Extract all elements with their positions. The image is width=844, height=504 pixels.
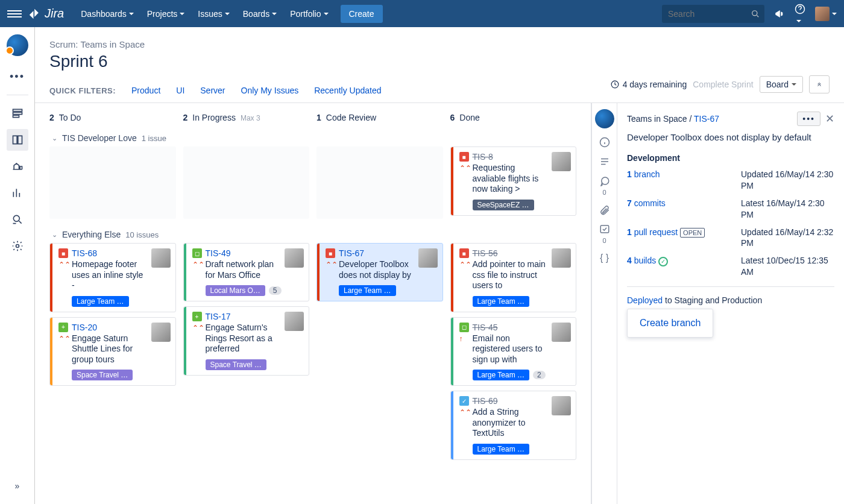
quick-filters-label: QUICK FILTERS: xyxy=(49,86,116,95)
pullrequest-link[interactable]: pull request xyxy=(634,227,678,237)
collapse-icon[interactable] xyxy=(809,75,830,93)
description-icon[interactable] xyxy=(599,156,610,167)
story-icon: ◻ xyxy=(459,323,469,332)
nav-dashboards[interactable]: Dashboards xyxy=(75,0,140,27)
chevron-down-icon xyxy=(180,13,184,15)
card-tis-49[interactable]: ◻TIS-49 ⌃⌃ Draft network plan for Mars O… xyxy=(183,243,310,301)
svg-rect-5 xyxy=(13,136,17,143)
priority-highest-icon: ⌃⌃ xyxy=(459,164,471,172)
priority-highest-icon: ⌃⌃ xyxy=(192,324,204,332)
card-tis-68[interactable]: ■TIS-68 ⌃⌃ Homepage footer uses an inlin… xyxy=(49,243,176,312)
breadcrumb: Scrum: Teams in Space xyxy=(49,39,830,49)
chevron-down-icon: ⌄ xyxy=(52,134,57,142)
more-actions-icon[interactable]: ••• xyxy=(797,112,820,126)
app-switcher-icon[interactable] xyxy=(7,10,22,17)
nav-portfolio[interactable]: Portfolio xyxy=(284,0,334,27)
chevron-down-icon xyxy=(272,13,277,15)
issue-summary: Requesting avaliable flights is now taki… xyxy=(473,163,549,195)
bug-icon: ■ xyxy=(58,248,68,258)
card-tis-20[interactable]: +TIS-20 ⌃⌃ Engage Saturn Shuttle Lines f… xyxy=(49,317,176,386)
priority-highest-icon: ⌃⌃ xyxy=(459,408,471,417)
close-icon[interactable]: ✕ xyxy=(825,112,834,125)
swimlane-header-dev-love[interactable]: ⌄ TIS Developer Love 1 issue xyxy=(42,130,584,146)
filter-ui[interactable]: UI xyxy=(176,86,184,95)
dev-panel-icon[interactable]: { } xyxy=(600,253,609,263)
filter-my-issues[interactable]: Only My Issues xyxy=(241,86,299,95)
card-tis-8[interactable]: ■ TIS-8 ⌃⌃ Requesting avaliable flights … xyxy=(450,146,577,216)
detail-issue-key[interactable]: TIS-67 xyxy=(694,114,719,124)
card-tis-45[interactable]: ◻TIS-45 ↑ Email non registered users to … xyxy=(450,317,577,386)
bug-icon: ■ xyxy=(326,248,335,258)
expand-sidebar-icon[interactable]: » xyxy=(7,475,28,497)
assignee-avatar xyxy=(552,152,571,171)
card-tis-17[interactable]: +TIS-17 ⌃⌃ Engage Saturn's Rings Resort … xyxy=(183,306,310,376)
assignee-avatar xyxy=(151,248,171,268)
deployed-status: Deployed to Staging and Production xyxy=(627,295,834,305)
filter-recent[interactable]: Recently Updated xyxy=(314,86,381,95)
bug-icon: ■ xyxy=(459,248,469,258)
project-avatar-small xyxy=(595,109,614,128)
assignee-avatar xyxy=(285,248,304,268)
subtasks-count: 0 xyxy=(602,237,606,244)
search-input[interactable] xyxy=(662,5,764,23)
active-sprint-icon[interactable] xyxy=(7,129,28,151)
settings-icon[interactable] xyxy=(7,235,28,257)
column-header-todo: 2To Do xyxy=(49,113,176,122)
column-header-inprogress: 2In ProgressMax 3 xyxy=(183,113,310,122)
details-icon[interactable] xyxy=(599,137,610,148)
svg-rect-4 xyxy=(13,115,19,117)
jira-logo[interactable]: Jira xyxy=(29,7,64,20)
releases-icon[interactable] xyxy=(7,156,28,177)
svg-rect-6 xyxy=(17,136,22,143)
epic-badge: SeeSpaceEZ … xyxy=(473,200,534,210)
create-branch-button[interactable]: Create branch xyxy=(627,309,713,338)
branch-link[interactable]: branch xyxy=(634,169,660,179)
card-tis-69[interactable]: ✓TIS-69 ⌃⌃ Add a String anonymizer to Te… xyxy=(450,391,577,460)
subtasks-icon[interactable] xyxy=(599,224,610,235)
column-header-review: 1Code Review xyxy=(316,113,443,122)
priority-highest-icon: ⌃⌃ xyxy=(58,260,71,269)
project-avatar[interactable] xyxy=(7,34,28,56)
assignee-avatar xyxy=(151,323,171,342)
create-button[interactable]: Create xyxy=(341,5,383,23)
sidebar-more-icon[interactable]: ••• xyxy=(7,66,28,87)
filter-product[interactable]: Product xyxy=(131,86,160,95)
nav-boards[interactable]: Boards xyxy=(237,0,283,27)
comments-count: 0 xyxy=(602,189,606,196)
swimlane-header-else[interactable]: ⌄ Everything Else 10 issues xyxy=(42,226,584,243)
help-icon[interactable] xyxy=(795,4,805,24)
builds-link[interactable]: builds xyxy=(634,256,657,265)
story-icon: ◻ xyxy=(192,248,202,258)
nav-issues[interactable]: Issues xyxy=(192,0,235,27)
issues-search-icon[interactable] xyxy=(7,209,28,230)
board-menu[interactable]: Board xyxy=(760,76,803,93)
card-tis-67[interactable]: ■TIS-67 ⌃⌃ Developer Toolbox does not di… xyxy=(316,243,443,301)
time-remaining: 4 days remaining xyxy=(611,80,687,89)
reports-icon[interactable] xyxy=(7,182,28,204)
card-tis-56[interactable]: ■TIS-56 ⌃⌃ Add pointer to main css file … xyxy=(450,243,577,312)
svg-point-0 xyxy=(752,10,757,15)
chevron-down-icon xyxy=(129,13,134,15)
bug-icon: ■ xyxy=(459,152,469,162)
svg-rect-2 xyxy=(13,109,22,111)
user-avatar[interactable] xyxy=(815,7,837,21)
complete-sprint-button[interactable]: Complete Sprint xyxy=(693,80,753,89)
assignee-avatar xyxy=(418,248,438,268)
attachments-icon[interactable] xyxy=(599,204,610,215)
development-heading: Development xyxy=(627,153,834,163)
search-icon xyxy=(751,10,760,18)
nav-projects[interactable]: Projects xyxy=(141,0,191,27)
build-success-icon: ✓ xyxy=(658,257,668,266)
issue-key: TIS-8 xyxy=(473,152,493,162)
commits-link[interactable]: commits xyxy=(634,198,666,208)
assignee-avatar xyxy=(552,396,571,415)
comments-icon[interactable] xyxy=(599,175,610,186)
column-header-done: 6Done xyxy=(450,113,577,122)
detail-issue-title: Developer Toolbox does not display by de… xyxy=(627,132,834,142)
backlog-icon[interactable] xyxy=(7,102,28,124)
svg-point-7 xyxy=(13,215,19,221)
feedback-icon[interactable] xyxy=(774,8,785,19)
chevron-down-icon xyxy=(225,13,230,15)
filter-server[interactable]: Server xyxy=(200,86,225,95)
svg-point-8 xyxy=(16,245,19,248)
